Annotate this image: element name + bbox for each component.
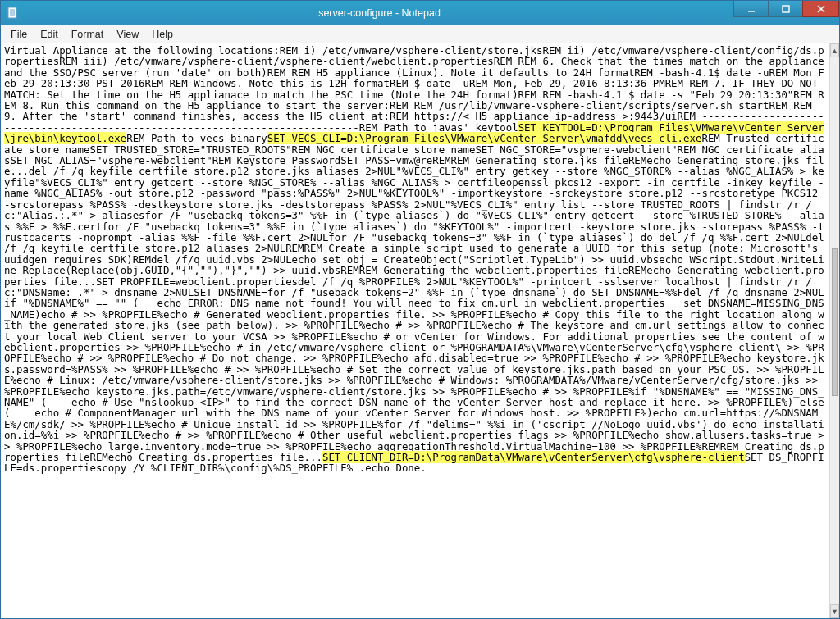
vertical-scrollbar[interactable]: ▲ ▼ [829,43,839,618]
notepad-window: server-configure - Notepad File Edit For… [0,0,840,619]
scroll-thumb[interactable] [832,248,838,396]
scroll-up-button[interactable]: ▲ [830,43,839,57]
client-area: Virtual Appliance at the following locat… [1,43,839,618]
text-editor[interactable]: Virtual Appliance at the following locat… [1,43,829,618]
titlebar[interactable]: server-configure - Notepad [1,1,839,25]
maximize-button[interactable] [768,1,803,17]
highlighted-text: SET CLIENT_DIR=D:\ProgramData\VMware\vCe… [322,451,745,463]
svg-rect-6 [783,6,789,12]
minimize-button[interactable] [733,1,769,17]
menu-format[interactable]: Format [65,25,111,43]
window-title: server-configure - Notepad [25,7,733,19]
menu-file[interactable]: File [4,25,34,43]
scroll-down-button[interactable]: ▼ [830,604,839,618]
menu-view[interactable]: View [110,25,145,43]
menu-help[interactable]: Help [145,25,180,43]
menubar: File Edit Format View Help [1,25,839,43]
close-button[interactable] [802,1,839,17]
menu-edit[interactable]: Edit [34,25,65,43]
scroll-track[interactable] [830,57,839,604]
notepad-icon [1,1,25,25]
highlighted-text: SET VECS_CLI=D:\Program Files\VMware\vCe… [267,132,702,144]
window-controls [733,1,839,25]
